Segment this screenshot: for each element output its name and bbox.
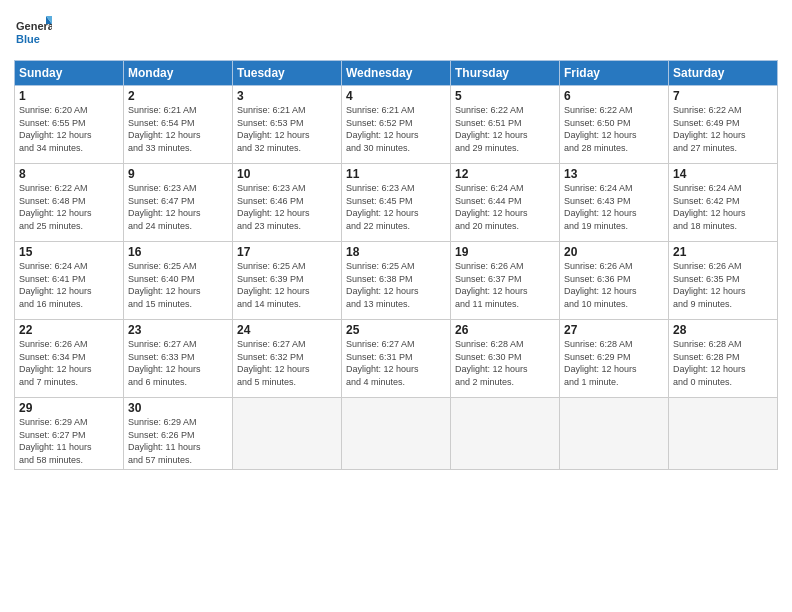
day-info: Sunrise: 6:28 AM Sunset: 6:28 PM Dayligh… — [673, 338, 773, 388]
svg-text:Blue: Blue — [16, 33, 40, 45]
calendar-week-2: 8Sunrise: 6:22 AM Sunset: 6:48 PM Daylig… — [15, 164, 778, 242]
calendar-cell: 28Sunrise: 6:28 AM Sunset: 6:28 PM Dayli… — [669, 320, 778, 398]
calendar-cell: 14Sunrise: 6:24 AM Sunset: 6:42 PM Dayli… — [669, 164, 778, 242]
day-number: 15 — [19, 245, 119, 259]
day-info: Sunrise: 6:22 AM Sunset: 6:51 PM Dayligh… — [455, 104, 555, 154]
day-info: Sunrise: 6:23 AM Sunset: 6:45 PM Dayligh… — [346, 182, 446, 232]
calendar-cell: 18Sunrise: 6:25 AM Sunset: 6:38 PM Dayli… — [342, 242, 451, 320]
day-number: 30 — [128, 401, 228, 415]
day-header-sunday: Sunday — [15, 61, 124, 86]
day-info: Sunrise: 6:24 AM Sunset: 6:42 PM Dayligh… — [673, 182, 773, 232]
day-info: Sunrise: 6:24 AM Sunset: 6:41 PM Dayligh… — [19, 260, 119, 310]
day-info: Sunrise: 6:22 AM Sunset: 6:48 PM Dayligh… — [19, 182, 119, 232]
calendar-cell: 8Sunrise: 6:22 AM Sunset: 6:48 PM Daylig… — [15, 164, 124, 242]
day-number: 19 — [455, 245, 555, 259]
day-number: 28 — [673, 323, 773, 337]
logo: General Blue — [14, 10, 52, 52]
calendar-cell: 24Sunrise: 6:27 AM Sunset: 6:32 PM Dayli… — [233, 320, 342, 398]
day-info: Sunrise: 6:28 AM Sunset: 6:30 PM Dayligh… — [455, 338, 555, 388]
calendar-cell: 21Sunrise: 6:26 AM Sunset: 6:35 PM Dayli… — [669, 242, 778, 320]
logo-icon: General Blue — [14, 10, 52, 48]
calendar-cell: 29Sunrise: 6:29 AM Sunset: 6:27 PM Dayli… — [15, 398, 124, 470]
calendar-cell — [233, 398, 342, 470]
day-info: Sunrise: 6:25 AM Sunset: 6:40 PM Dayligh… — [128, 260, 228, 310]
calendar-cell: 12Sunrise: 6:24 AM Sunset: 6:44 PM Dayli… — [451, 164, 560, 242]
day-number: 3 — [237, 89, 337, 103]
calendar-cell: 4Sunrise: 6:21 AM Sunset: 6:52 PM Daylig… — [342, 86, 451, 164]
calendar-cell — [560, 398, 669, 470]
page-header: General Blue — [14, 10, 778, 52]
day-info: Sunrise: 6:22 AM Sunset: 6:49 PM Dayligh… — [673, 104, 773, 154]
day-info: Sunrise: 6:24 AM Sunset: 6:43 PM Dayligh… — [564, 182, 664, 232]
calendar-cell — [669, 398, 778, 470]
day-number: 21 — [673, 245, 773, 259]
calendar-cell: 6Sunrise: 6:22 AM Sunset: 6:50 PM Daylig… — [560, 86, 669, 164]
day-number: 20 — [564, 245, 664, 259]
day-number: 2 — [128, 89, 228, 103]
day-info: Sunrise: 6:27 AM Sunset: 6:32 PM Dayligh… — [237, 338, 337, 388]
day-info: Sunrise: 6:24 AM Sunset: 6:44 PM Dayligh… — [455, 182, 555, 232]
calendar-cell: 1Sunrise: 6:20 AM Sunset: 6:55 PM Daylig… — [15, 86, 124, 164]
day-info: Sunrise: 6:26 AM Sunset: 6:37 PM Dayligh… — [455, 260, 555, 310]
day-number: 13 — [564, 167, 664, 181]
calendar-cell: 30Sunrise: 6:29 AM Sunset: 6:26 PM Dayli… — [124, 398, 233, 470]
calendar-cell: 23Sunrise: 6:27 AM Sunset: 6:33 PM Dayli… — [124, 320, 233, 398]
day-number: 4 — [346, 89, 446, 103]
calendar-cell — [451, 398, 560, 470]
day-info: Sunrise: 6:26 AM Sunset: 6:34 PM Dayligh… — [19, 338, 119, 388]
calendar-week-1: 1Sunrise: 6:20 AM Sunset: 6:55 PM Daylig… — [15, 86, 778, 164]
calendar-table: SundayMondayTuesdayWednesdayThursdayFrid… — [14, 60, 778, 470]
day-number: 9 — [128, 167, 228, 181]
calendar-cell: 20Sunrise: 6:26 AM Sunset: 6:36 PM Dayli… — [560, 242, 669, 320]
day-info: Sunrise: 6:21 AM Sunset: 6:52 PM Dayligh… — [346, 104, 446, 154]
calendar-cell — [342, 398, 451, 470]
day-header-monday: Monday — [124, 61, 233, 86]
day-info: Sunrise: 6:27 AM Sunset: 6:31 PM Dayligh… — [346, 338, 446, 388]
day-info: Sunrise: 6:26 AM Sunset: 6:35 PM Dayligh… — [673, 260, 773, 310]
day-header-saturday: Saturday — [669, 61, 778, 86]
calendar-cell: 9Sunrise: 6:23 AM Sunset: 6:47 PM Daylig… — [124, 164, 233, 242]
day-info: Sunrise: 6:21 AM Sunset: 6:53 PM Dayligh… — [237, 104, 337, 154]
day-info: Sunrise: 6:20 AM Sunset: 6:55 PM Dayligh… — [19, 104, 119, 154]
calendar-cell: 26Sunrise: 6:28 AM Sunset: 6:30 PM Dayli… — [451, 320, 560, 398]
calendar-week-5: 29Sunrise: 6:29 AM Sunset: 6:27 PM Dayli… — [15, 398, 778, 470]
day-info: Sunrise: 6:25 AM Sunset: 6:39 PM Dayligh… — [237, 260, 337, 310]
calendar-cell: 13Sunrise: 6:24 AM Sunset: 6:43 PM Dayli… — [560, 164, 669, 242]
calendar-cell: 2Sunrise: 6:21 AM Sunset: 6:54 PM Daylig… — [124, 86, 233, 164]
calendar-cell: 22Sunrise: 6:26 AM Sunset: 6:34 PM Dayli… — [15, 320, 124, 398]
calendar-cell: 10Sunrise: 6:23 AM Sunset: 6:46 PM Dayli… — [233, 164, 342, 242]
day-info: Sunrise: 6:27 AM Sunset: 6:33 PM Dayligh… — [128, 338, 228, 388]
day-info: Sunrise: 6:22 AM Sunset: 6:50 PM Dayligh… — [564, 104, 664, 154]
day-number: 1 — [19, 89, 119, 103]
day-header-wednesday: Wednesday — [342, 61, 451, 86]
day-number: 25 — [346, 323, 446, 337]
day-number: 22 — [19, 323, 119, 337]
calendar-cell: 7Sunrise: 6:22 AM Sunset: 6:49 PM Daylig… — [669, 86, 778, 164]
day-info: Sunrise: 6:23 AM Sunset: 6:47 PM Dayligh… — [128, 182, 228, 232]
calendar-cell: 3Sunrise: 6:21 AM Sunset: 6:53 PM Daylig… — [233, 86, 342, 164]
day-number: 27 — [564, 323, 664, 337]
calendar-cell: 5Sunrise: 6:22 AM Sunset: 6:51 PM Daylig… — [451, 86, 560, 164]
day-info: Sunrise: 6:28 AM Sunset: 6:29 PM Dayligh… — [564, 338, 664, 388]
calendar-cell: 11Sunrise: 6:23 AM Sunset: 6:45 PM Dayli… — [342, 164, 451, 242]
day-number: 12 — [455, 167, 555, 181]
day-number: 29 — [19, 401, 119, 415]
calendar-cell: 15Sunrise: 6:24 AM Sunset: 6:41 PM Dayli… — [15, 242, 124, 320]
day-number: 11 — [346, 167, 446, 181]
calendar-cell: 17Sunrise: 6:25 AM Sunset: 6:39 PM Dayli… — [233, 242, 342, 320]
day-header-tuesday: Tuesday — [233, 61, 342, 86]
calendar-week-3: 15Sunrise: 6:24 AM Sunset: 6:41 PM Dayli… — [15, 242, 778, 320]
day-number: 16 — [128, 245, 228, 259]
day-info: Sunrise: 6:21 AM Sunset: 6:54 PM Dayligh… — [128, 104, 228, 154]
calendar-cell: 27Sunrise: 6:28 AM Sunset: 6:29 PM Dayli… — [560, 320, 669, 398]
day-number: 24 — [237, 323, 337, 337]
day-number: 18 — [346, 245, 446, 259]
calendar-week-4: 22Sunrise: 6:26 AM Sunset: 6:34 PM Dayli… — [15, 320, 778, 398]
day-number: 5 — [455, 89, 555, 103]
calendar-cell: 16Sunrise: 6:25 AM Sunset: 6:40 PM Dayli… — [124, 242, 233, 320]
calendar-cell: 19Sunrise: 6:26 AM Sunset: 6:37 PM Dayli… — [451, 242, 560, 320]
day-header-friday: Friday — [560, 61, 669, 86]
day-number: 17 — [237, 245, 337, 259]
day-number: 6 — [564, 89, 664, 103]
day-info: Sunrise: 6:23 AM Sunset: 6:46 PM Dayligh… — [237, 182, 337, 232]
